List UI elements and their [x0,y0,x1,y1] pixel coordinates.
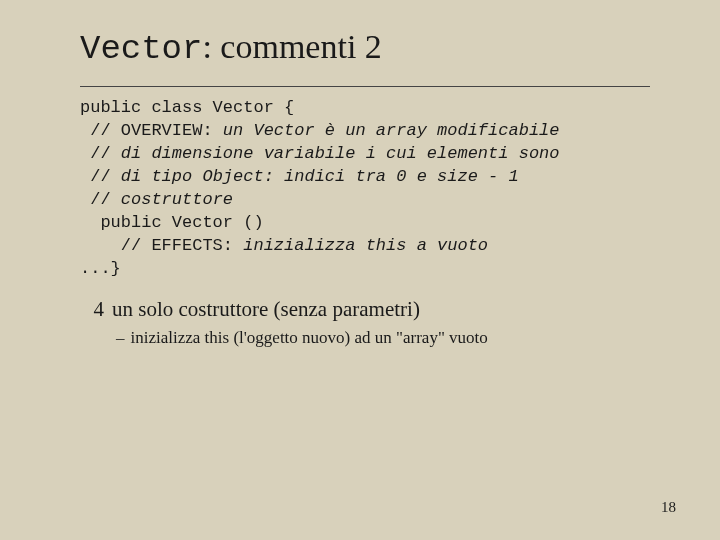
code-l5a: // [80,190,121,209]
bullet-marker: 4 [80,297,104,322]
bullet-item: 4un solo costruttore (senza parametri) [80,297,650,322]
subbullet-text: inizializza this (l'oggetto nuovo) ad un… [131,328,488,347]
code-l5b: costruttore [121,190,233,209]
code-l4b: di tipo Object: indici tra 0 e size - 1 [121,167,519,186]
bullet-text: un solo costruttore (senza parametri) [112,297,420,321]
slide-title: Vector: commenti 2 [80,28,650,68]
code-l7a: // EFFECTS: [80,236,243,255]
code-l1: public class Vector { [80,98,294,117]
code-l3a: // [80,144,121,163]
title-divider [80,86,650,87]
code-l7b: inizializza this a vuoto [243,236,488,255]
code-block: public class Vector { // OVERVIEW: un Ve… [80,97,650,281]
title-rest: : commenti 2 [202,28,381,65]
code-l6: public Vector () [80,213,264,232]
code-l2a: // OVERVIEW: [80,121,223,140]
subbullet-item: –inizializza this (l'oggetto nuovo) ad u… [116,328,650,348]
code-l4a: // [80,167,121,186]
code-l2b: un Vector è un array modificabile [223,121,560,140]
page-number: 18 [661,499,676,516]
subbullet-dash: – [116,328,125,347]
code-l8: ...} [80,259,121,278]
slide-content: Vector: commenti 2 public class Vector {… [0,0,720,348]
code-l3b: di dimensione variabile i cui elementi s… [121,144,560,163]
title-mono: Vector [80,30,202,68]
